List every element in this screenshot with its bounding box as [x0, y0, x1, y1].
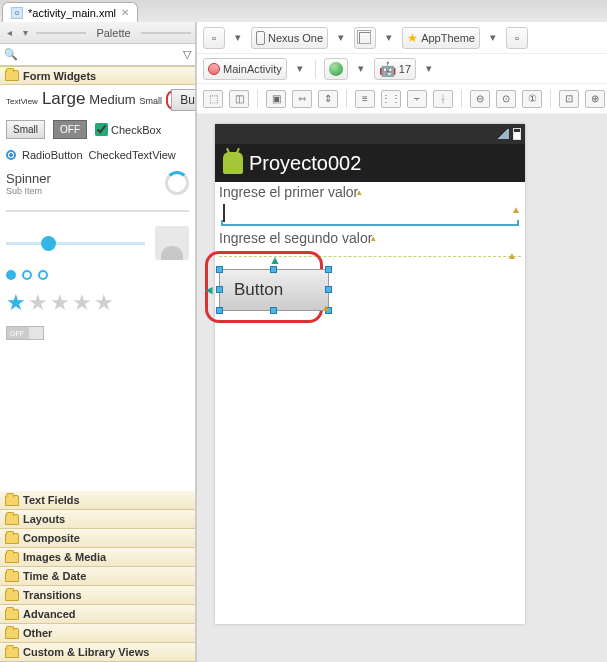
preview-textview-1[interactable]: Ingrese el primer valor▲	[219, 184, 521, 200]
activity-selector[interactable]: MainActivity	[203, 58, 287, 80]
orientation-dropdown[interactable]: ▾	[382, 27, 396, 49]
design-canvas[interactable]: belo alig Proyecto002 Ingrese el primer …	[197, 114, 607, 662]
palette-panel: ◂ ▾ Palette 🔍 ▽ Form Widgets TextView La…	[0, 22, 197, 662]
widget-large-text[interactable]: Large	[42, 89, 85, 109]
widget-toggle-off[interactable]: OFF	[53, 120, 87, 139]
category-composite[interactable]: Composite	[0, 529, 195, 548]
file-tab-activity-main[interactable]: o *activity_main.xml ✕	[2, 2, 138, 22]
widget-checkedtextview[interactable]: CheckedTextView	[89, 149, 176, 161]
warning-icon: ▲	[511, 204, 521, 215]
android-icon: 🤖	[379, 61, 396, 77]
category-other[interactable]: Other	[0, 624, 195, 643]
star-icon: ★	[6, 290, 26, 316]
widget-small-button[interactable]: Small	[6, 120, 45, 139]
widget-textview[interactable]: TextView	[6, 97, 38, 106]
more-button[interactable]: ▫	[506, 27, 528, 49]
zoom-fit-button[interactable]: ⊡	[559, 90, 579, 108]
zoom-100-button[interactable]: ①	[522, 90, 542, 108]
widget-progressbar-h[interactable]	[6, 210, 189, 212]
resize-handle[interactable]	[216, 307, 223, 314]
device-dropdown[interactable]: ▾	[334, 27, 348, 49]
category-images-media[interactable]: Images & Media	[0, 548, 195, 567]
progress-circle-icon[interactable]	[165, 171, 189, 195]
layout-content[interactable]: Ingrese el primer valor▲ ▲ Ingrese el se…	[215, 182, 525, 313]
locale-selector[interactable]	[324, 58, 348, 80]
text-size-row: TextView Large Medium Small Button	[6, 89, 189, 110]
category-form-widgets[interactable]: Form Widgets	[0, 66, 195, 85]
locale-dropdown[interactable]: ▾	[354, 58, 368, 80]
zoom-out-button[interactable]: ⊖	[470, 90, 490, 108]
center-v-button[interactable]: ⟊	[433, 90, 453, 108]
widget-switch[interactable]: OFF	[6, 326, 44, 340]
widget-button[interactable]: Button	[171, 89, 195, 111]
widget-medium-text[interactable]: Medium	[89, 92, 135, 107]
editor-panel: ▫ ▾ Nexus One ▾ ▾ ★ AppTheme ▾ ▫ MainAct…	[197, 22, 607, 662]
checkbox-input[interactable]	[95, 123, 108, 136]
category-text-fields[interactable]: Text Fields	[0, 491, 195, 510]
category-time-date[interactable]: Time & Date	[0, 567, 195, 586]
distribute-h-button[interactable]: ≡	[355, 90, 375, 108]
anchor-left-icon[interactable]: ◄	[203, 283, 215, 297]
theme-dropdown[interactable]: ▾	[486, 27, 500, 49]
theme-label: AppTheme	[421, 32, 475, 44]
preview-button-selected[interactable]: Button ▲	[219, 269, 329, 311]
resize-handle[interactable]	[325, 266, 332, 273]
preview-textview-2[interactable]: Ingrese el segundo valor▲	[219, 230, 521, 246]
device-selector[interactable]: Nexus One	[251, 27, 328, 49]
category-transitions[interactable]: Transitions	[0, 586, 195, 605]
theme-selector[interactable]: ★ AppTheme	[402, 27, 480, 49]
widget-small-text[interactable]: Small	[140, 96, 163, 106]
widget-radiobutton[interactable]: RadioButton	[22, 149, 83, 161]
folder-icon	[5, 609, 19, 620]
editor-tabs-bar: o *activity_main.xml ✕	[0, 0, 607, 22]
category-label: Form Widgets	[23, 70, 96, 82]
zoom-in-button[interactable]: ⊕	[585, 90, 605, 108]
expand-h-button[interactable]: ⇿	[292, 90, 312, 108]
toggle-viewport-button[interactable]: ⬚	[203, 90, 223, 108]
config-chooser-button[interactable]: ▫	[203, 27, 225, 49]
palette-dropdown-icon[interactable]: ▽	[183, 48, 191, 61]
radio-group-row[interactable]	[6, 270, 189, 280]
preview-edittext-1[interactable]: ▲	[221, 202, 519, 226]
orientation-button[interactable]	[354, 27, 376, 49]
category-custom-library[interactable]: Custom & Library Views	[0, 643, 195, 662]
expand-v-button[interactable]: ⇕	[318, 90, 338, 108]
api-selector[interactable]: 🤖 17	[374, 58, 416, 80]
widget-ratingbar[interactable]: ★ ★ ★ ★ ★	[6, 290, 189, 316]
align-parent-button[interactable]: ▣	[266, 90, 286, 108]
main-area: ◂ ▾ Palette 🔍 ▽ Form Widgets TextView La…	[0, 22, 607, 662]
search-icon[interactable]: 🔍	[4, 48, 18, 62]
anchor-top-icon[interactable]: ▲	[269, 253, 281, 267]
zoom-reset-button[interactable]: ⊙	[496, 90, 516, 108]
resize-handle[interactable]	[216, 266, 223, 273]
collapse-left-icon[interactable]: ◂	[4, 28, 14, 38]
widget-checkbox[interactable]: CheckBox	[95, 123, 161, 136]
warning-icon: ▲	[369, 234, 377, 243]
widget-seekbar[interactable]	[6, 242, 145, 245]
resize-handle[interactable]	[216, 286, 223, 293]
widget-quickcontact[interactable]	[155, 226, 189, 260]
file-tab-label: *activity_main.xml	[28, 7, 116, 19]
close-tab-icon[interactable]: ✕	[121, 7, 129, 18]
star-icon: ★	[94, 290, 114, 316]
api-dropdown[interactable]: ▾	[422, 58, 436, 80]
toggle-layout-button[interactable]: ◫	[229, 90, 249, 108]
widget-spinner[interactable]: Spinner Sub Item	[6, 171, 51, 196]
layout-actions-toolbar: ⬚ ◫ ▣ ⇿ ⇕ ≡ ⋮⋮ ⫟ ⟊ ⊖ ⊙ ① ⊡ ⊕ 5	[197, 84, 607, 114]
folder-icon	[5, 590, 19, 601]
collapse-down-icon[interactable]: ▾	[20, 28, 30, 38]
resize-handle[interactable]	[270, 266, 277, 273]
category-advanced[interactable]: Advanced	[0, 605, 195, 624]
category-layouts[interactable]: Layouts	[0, 510, 195, 529]
activity-dropdown[interactable]: ▾	[293, 58, 307, 80]
warning-icon: ▲	[321, 302, 331, 313]
app-launcher-icon	[223, 152, 243, 174]
category-label: Composite	[23, 532, 80, 544]
distribute-v-button[interactable]: ⋮⋮	[381, 90, 401, 108]
config-chooser-dropdown[interactable]: ▾	[231, 27, 245, 49]
resize-handle[interactable]	[325, 286, 332, 293]
resize-handle[interactable]	[270, 307, 277, 314]
seekbar-row	[6, 226, 189, 260]
star-icon: ★	[72, 290, 92, 316]
center-h-button[interactable]: ⫟	[407, 90, 427, 108]
